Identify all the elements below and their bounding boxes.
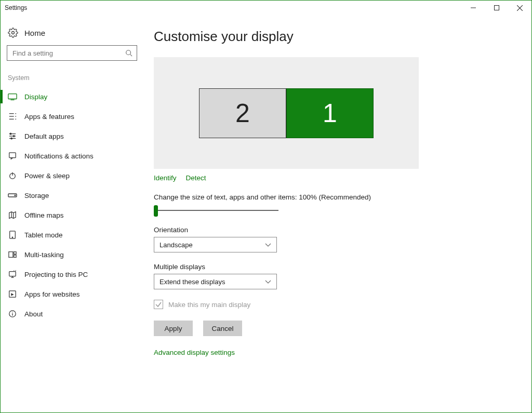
display-preview: 2 1	[154, 57, 419, 169]
nav-notifications[interactable]: Notifications & actions	[6, 146, 138, 166]
maximize-button[interactable]	[485, 1, 508, 15]
nav-label: Notifications & actions	[24, 152, 94, 160]
settings-window: Settings Home	[0, 0, 532, 413]
nav-apps-websites[interactable]: Apps for websites	[6, 284, 138, 304]
about-icon	[8, 309, 17, 318]
svg-rect-30	[9, 252, 13, 258]
detect-link[interactable]: Detect	[186, 174, 206, 182]
display-icon	[8, 92, 17, 101]
svg-rect-7	[8, 94, 17, 99]
orientation-dropdown[interactable]: Landscape	[154, 237, 277, 252]
orientation-label: Orientation	[154, 226, 511, 234]
search-icon	[125, 49, 132, 57]
svg-rect-32	[14, 255, 16, 257]
nav-apps-features[interactable]: Apps & features	[6, 106, 138, 126]
multiple-displays-value: Extend these displays	[159, 278, 225, 286]
main-content: Customise your display 2 1 Identify Dete…	[143, 15, 531, 412]
identify-link[interactable]: Identify	[154, 174, 177, 182]
nav-label: Display	[24, 93, 47, 101]
power-icon	[8, 171, 17, 180]
nav-storage[interactable]: Storage	[6, 185, 138, 205]
svg-point-25	[15, 195, 16, 196]
nav-label: About	[24, 310, 43, 318]
section-label: System	[6, 72, 138, 87]
slider-thumb[interactable]	[154, 205, 158, 217]
advanced-display-settings-link[interactable]: Advanced display settings	[154, 349, 511, 356]
svg-rect-31	[14, 252, 16, 254]
svg-point-4	[12, 32, 15, 34]
nav-label: Storage	[24, 192, 49, 199]
apply-button[interactable]: Apply	[154, 321, 193, 336]
svg-rect-33	[9, 272, 16, 276]
main-display-checkbox	[154, 300, 163, 309]
nav-default-apps[interactable]: Default apps	[6, 126, 138, 146]
scale-slider[interactable]	[154, 204, 278, 217]
svg-line-6	[130, 55, 132, 57]
nav-offline-maps[interactable]: Offline maps	[6, 205, 138, 225]
nav-tablet-mode[interactable]: Tablet mode	[6, 225, 138, 245]
scale-label: Change the size of text, apps and other …	[154, 193, 511, 201]
svg-point-29	[12, 237, 12, 237]
svg-point-37	[12, 312, 12, 312]
chevron-down-icon	[265, 278, 271, 286]
minimize-button[interactable]	[461, 1, 485, 15]
apps-websites-icon	[8, 289, 17, 299]
nav-multitasking[interactable]: Multi-tasking	[6, 245, 138, 264]
notifications-icon	[8, 151, 17, 161]
nav-label: Multi-tasking	[24, 251, 64, 259]
nav-power-sleep[interactable]: Power & sleep	[6, 166, 138, 185]
nav-label: Apps & features	[24, 113, 74, 121]
slider-track	[156, 210, 278, 211]
projecting-icon	[8, 270, 17, 279]
close-button[interactable]	[508, 1, 531, 15]
multiple-displays-label: Multiple displays	[154, 263, 511, 271]
page-title: Customise your display	[154, 29, 511, 45]
home-button[interactable]: Home	[6, 24, 138, 45]
gear-icon	[8, 28, 18, 38]
maps-icon	[8, 210, 17, 220]
nav-label: Apps for websites	[24, 290, 80, 298]
nav-about[interactable]: About	[6, 304, 138, 324]
title-bar: Settings	[1, 1, 531, 15]
multiple-displays-dropdown[interactable]: Extend these displays	[154, 274, 277, 289]
nav-list: Display Apps & features Default apps	[6, 87, 138, 324]
nav-projecting[interactable]: Projecting to this PC	[6, 264, 138, 284]
multitasking-icon	[8, 250, 17, 259]
nav-display[interactable]: Display	[6, 87, 138, 106]
sidebar: Home System Display	[1, 15, 143, 412]
main-display-checkbox-row: Make this my main display	[154, 300, 511, 309]
main-display-label: Make this my main display	[168, 301, 250, 309]
monitor-2[interactable]: 2	[199, 88, 286, 138]
nav-label: Projecting to this PC	[24, 271, 88, 278]
cancel-button[interactable]: Cancel	[203, 321, 242, 336]
home-label: Home	[24, 29, 45, 37]
storage-icon	[8, 191, 17, 200]
svg-point-5	[126, 50, 131, 55]
nav-label: Power & sleep	[24, 172, 70, 180]
nav-label: Tablet mode	[24, 231, 63, 239]
nav-label: Offline maps	[24, 211, 64, 219]
default-apps-icon	[8, 131, 17, 141]
nav-label: Default apps	[24, 132, 64, 140]
tablet-icon	[8, 230, 17, 239]
search-box[interactable]	[7, 45, 137, 61]
chevron-down-icon	[265, 241, 271, 249]
svg-rect-21	[9, 153, 16, 158]
orientation-value: Landscape	[159, 241, 193, 249]
svg-rect-1	[494, 6, 499, 10]
window-title: Settings	[5, 4, 27, 11]
apps-features-icon	[8, 112, 17, 121]
monitor-1[interactable]: 1	[286, 88, 374, 138]
search-input[interactable]	[11, 49, 125, 58]
